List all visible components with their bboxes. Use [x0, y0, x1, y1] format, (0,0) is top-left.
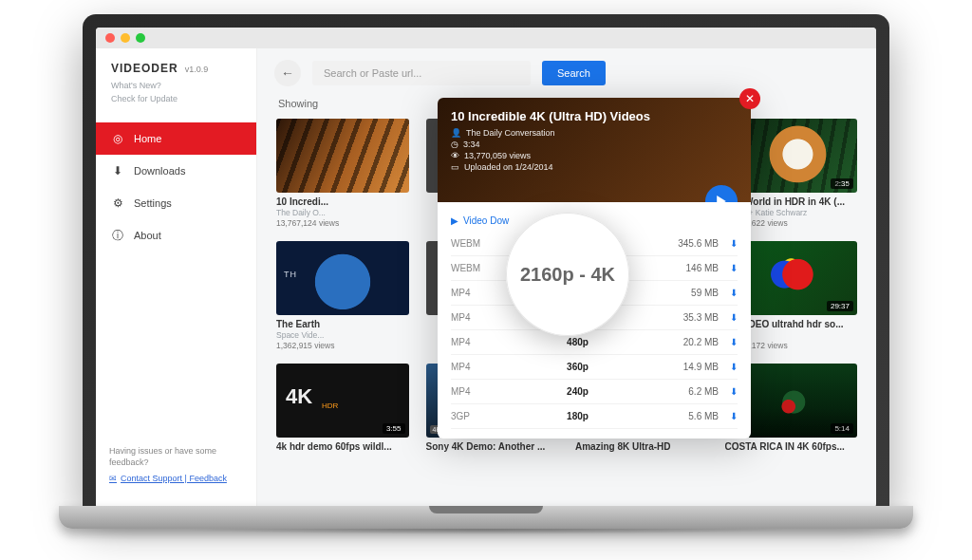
search-button[interactable]: Search [542, 61, 606, 85]
sidebar-item-label: About [134, 230, 161, 241]
thumbnail: 4KHDR3:55 [276, 364, 409, 438]
info-icon: ⓘ [111, 229, 124, 242]
download-icon[interactable]: ⬇ [719, 337, 738, 347]
brand-name: VIDEODER [111, 62, 178, 75]
main: ← Search or Paste url... Search Showing … [257, 48, 876, 508]
sidebar-item-home[interactable]: ◎ Home [96, 122, 256, 155]
download-icon[interactable]: ⬇ [719, 312, 738, 323]
close-icon[interactable]: ✕ [739, 88, 760, 109]
user-icon: 👤 [451, 128, 461, 138]
thumbnail [276, 119, 409, 193]
brand-version: v1.0.9 [185, 65, 209, 74]
video-card[interactable]: 4KHDR3:55 4k hdr demo 60fps wildl... [276, 364, 409, 452]
magnified-text: 2160p - 4K [520, 264, 615, 286]
compass-icon: ◎ [111, 132, 124, 145]
video-card[interactable]: 10 Incredi... The Daily O... 13,767,124 … [276, 119, 409, 228]
download-icon[interactable]: ⬇ [719, 411, 738, 421]
check-update-link[interactable]: Check for Update [96, 92, 256, 105]
video-icon: ▶ [451, 215, 458, 226]
download-row[interactable]: 3GP180p5.6 MB⬇ [451, 404, 738, 429]
gear-icon: ⚙ [111, 196, 124, 210]
download-icon[interactable]: ⬇ [719, 362, 738, 372]
topbar: ← Search or Paste url... Search [257, 48, 876, 98]
video-card[interactable]: TH The Earth Space Vide... 1,362,915 vie… [276, 241, 409, 350]
download-icon[interactable]: ⬇ [719, 386, 738, 397]
sidebar-item-label: Settings [134, 197, 172, 209]
sidebar-footer: Having issues or have some feedback? ✉ C… [96, 437, 256, 495]
calendar-icon: ▭ [451, 162, 459, 172]
eye-icon: 👁 [451, 151, 459, 160]
sidebar-item-about[interactable]: ⓘ About [96, 219, 256, 252]
magnifier: 2160p - 4K [506, 213, 629, 336]
brand: VIDEODER v1.0.9 [96, 62, 256, 79]
chat-icon: ✉ [109, 474, 117, 485]
sidebar: VIDEODER v1.0.9 What's New? Check for Up… [96, 48, 257, 508]
window-close-dot[interactable] [105, 33, 115, 43]
download-row[interactable]: MP4240p6.2 MB⬇ [451, 380, 738, 404]
download-icon: ⬇ [111, 164, 124, 177]
contact-support-link[interactable]: ✉ Contact Support | Feedback [109, 474, 227, 485]
download-icon[interactable]: ⬇ [719, 263, 738, 273]
modal-title: 10 Incredible 4K (Ultra HD) Videos [451, 109, 738, 123]
sidebar-item-label: Home [134, 133, 161, 144]
back-button[interactable]: ← [274, 60, 301, 86]
sidebar-item-settings[interactable]: ⚙ Settings [96, 187, 256, 219]
sidebar-item-downloads[interactable]: ⬇ Downloads [96, 155, 256, 187]
download-icon[interactable]: ⬇ [719, 238, 738, 249]
whats-new-link[interactable]: What's New? [96, 79, 256, 92]
clock-icon: ◷ [451, 140, 458, 149]
download-row[interactable]: MP4360p14.9 MB⬇ [451, 355, 738, 380]
thumbnail: TH [276, 241, 409, 315]
sidebar-item-label: Downloads [134, 165, 185, 177]
window-titlebar [96, 28, 876, 48]
window-minimize-dot[interactable] [121, 33, 130, 43]
footer-question: Having issues or have some feedback? [109, 446, 243, 468]
download-icon[interactable]: ⬇ [719, 288, 738, 298]
window-zoom-dot[interactable] [136, 33, 145, 43]
modal-header: 10 Incredible 4K (Ultra HD) Videos 👤The … [438, 98, 751, 202]
download-row[interactable]: MP4480p20.2 MB⬇ [451, 330, 738, 355]
search-input[interactable]: Search or Paste url... [312, 61, 531, 85]
play-button[interactable] [705, 185, 738, 202]
